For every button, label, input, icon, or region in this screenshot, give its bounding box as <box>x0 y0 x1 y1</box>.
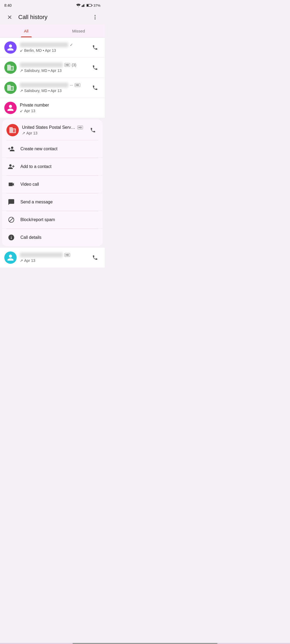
call-name-2 <box>20 63 63 67</box>
call-name-1 <box>20 42 68 47</box>
svg-point-9 <box>95 19 96 20</box>
call-count-2: (3) <box>72 63 76 67</box>
wifi-icon <box>76 4 81 7</box>
avatar-5 <box>6 124 19 136</box>
call-phone-button-5[interactable] <box>88 125 98 136</box>
status-icons: 37% <box>76 3 100 8</box>
call-detail-bottom: Apr 13 <box>24 258 35 263</box>
avatar-3 <box>4 82 17 94</box>
avatar-4 <box>4 102 17 114</box>
person-add-alt-icon <box>8 163 15 170</box>
svg-rect-2 <box>84 4 84 7</box>
status-bar: 8:40 37% <box>0 0 105 10</box>
call-direction-5: ↗ <box>22 131 25 135</box>
svg-rect-6 <box>87 5 89 6</box>
call-info-3: ··· HD ↗ Salisbury, MD • Apr 13 <box>17 83 90 93</box>
block-spam-label: Block/report spam <box>20 217 55 222</box>
tab-all[interactable]: All <box>0 25 52 37</box>
svg-rect-3 <box>84 4 85 7</box>
call-phone-button-3[interactable] <box>90 82 100 93</box>
phone-icon-bottom <box>92 255 98 261</box>
info-icon <box>8 234 15 241</box>
call-name-bottom <box>20 253 63 257</box>
call-item-1[interactable]: ✓ ↙ Berlin, MD • Apr 13 <box>0 38 105 58</box>
call-detail-1: Berlin, MD • Apr 13 <box>24 48 56 53</box>
action-send-message[interactable]: Send a message <box>2 193 103 211</box>
call-direction-2: ↗ <box>20 68 23 73</box>
create-contact-label: Create new contact <box>20 147 57 151</box>
person-add-icon <box>8 145 15 153</box>
action-block-spam[interactable]: Block/report spam <box>2 211 103 229</box>
svg-rect-5 <box>92 5 92 6</box>
action-card: United States Postal Service HD ↗ Apr 13… <box>2 120 103 246</box>
call-phone-button-1[interactable] <box>90 42 100 53</box>
svg-rect-0 <box>82 6 82 7</box>
close-button[interactable] <box>4 12 15 23</box>
svg-point-8 <box>95 17 96 18</box>
add-contact-label: Add to a contact <box>20 164 52 169</box>
battery-icon <box>86 4 92 7</box>
hd-badge-5: HD <box>77 126 83 130</box>
call-item-2[interactable]: HD (3) ↗ Salisbury, MD • Apr 13 <box>0 58 105 78</box>
videocam-icon <box>8 181 15 188</box>
signal-icon <box>82 4 85 7</box>
close-icon <box>7 14 13 20</box>
avatar-bottom <box>4 251 17 264</box>
toolbar: Call history <box>0 10 105 25</box>
call-info-2: HD (3) ↗ Salisbury, MD • Apr 13 <box>17 63 90 73</box>
call-detail-5: Apr 13 <box>26 131 37 135</box>
call-detail-3: Salisbury, MD • Apr 13 <box>24 89 61 93</box>
avatar-2 <box>4 61 17 74</box>
svg-rect-1 <box>82 5 83 7</box>
tab-missed[interactable]: Missed <box>52 25 105 37</box>
verified-badge-1: ✓ <box>70 43 73 47</box>
more-vert-icon <box>92 14 98 20</box>
call-info-5: United States Postal Service HD ↗ Apr 13 <box>19 125 88 135</box>
action-video-call[interactable]: Video call <box>2 176 103 193</box>
call-item-4[interactable]: Private number ↙ Apr 13 <box>0 98 105 118</box>
phone-icon-2 <box>92 65 98 71</box>
action-call-details[interactable]: Call details <box>2 229 103 246</box>
send-message-label: Send a message <box>20 200 53 204</box>
call-info-4: Private number ↙ Apr 13 <box>17 103 100 113</box>
phone-icon-3 <box>92 85 98 91</box>
hd-badge-bottom: HD <box>64 253 70 257</box>
action-add-contact[interactable]: Add to a contact <box>2 158 103 175</box>
phone-icon-1 <box>92 45 98 50</box>
call-name-4: Private number <box>20 103 49 108</box>
hd-badge-3: HD <box>75 83 80 87</box>
call-phone-button-bottom[interactable] <box>90 252 100 263</box>
block-icon <box>8 216 15 224</box>
more-options-button[interactable] <box>90 12 100 23</box>
call-detail-4: Apr 13 <box>24 109 35 113</box>
message-icon <box>8 198 15 206</box>
call-list: ✓ ↙ Berlin, MD • Apr 13 HD (3) ↗ <box>0 38 105 118</box>
call-info-1: ✓ ↙ Berlin, MD • Apr 13 <box>17 42 90 53</box>
avatar-1 <box>4 41 17 54</box>
call-item-bottom[interactable]: HD ↗ Apr 13 <box>0 248 105 268</box>
call-name-5: United States Postal Service <box>22 125 76 130</box>
call-item-5[interactable]: United States Postal Service HD ↗ Apr 13 <box>2 120 103 140</box>
phone-icon-5 <box>90 127 96 133</box>
status-time: 8:40 <box>4 3 12 8</box>
call-direction-1: ↙ <box>20 48 23 53</box>
page-title: Call history <box>15 14 90 21</box>
call-direction-4: ↙ <box>20 109 23 113</box>
dots-badge-3: ··· <box>70 83 73 87</box>
hd-badge-2: HD <box>64 63 70 67</box>
call-name-3 <box>20 83 68 87</box>
call-info-bottom: HD ↗ Apr 13 <box>17 253 90 263</box>
call-direction-bottom: ↗ <box>20 258 23 263</box>
call-direction-3: ↗ <box>20 89 23 93</box>
svg-point-7 <box>95 15 96 16</box>
call-phone-button-2[interactable] <box>90 62 100 73</box>
battery-percent: 37% <box>93 3 100 8</box>
call-detail-2: Salisbury, MD • Apr 13 <box>24 68 61 73</box>
tabs-bar: All Missed <box>0 25 105 38</box>
video-call-label: Video call <box>20 182 39 187</box>
action-create-contact[interactable]: Create new contact <box>2 140 103 158</box>
call-details-label: Call details <box>20 235 41 240</box>
call-item-3[interactable]: ··· HD ↗ Salisbury, MD • Apr 13 <box>0 78 105 98</box>
